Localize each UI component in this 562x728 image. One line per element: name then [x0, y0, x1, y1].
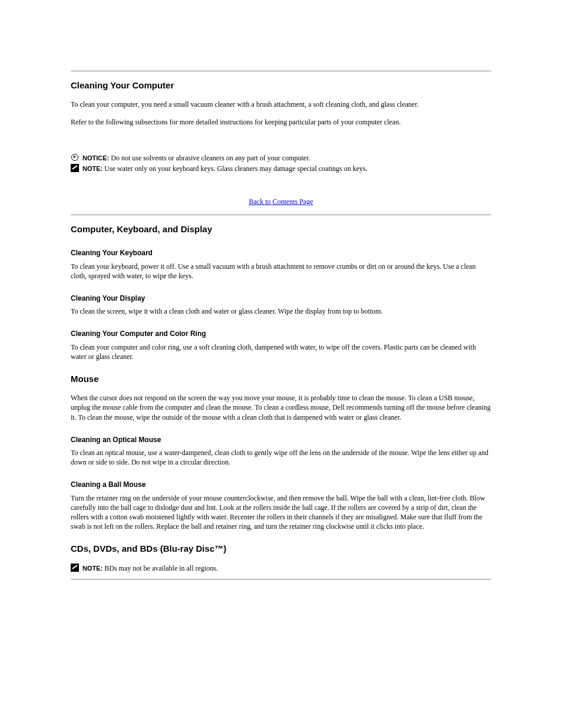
section-divider: [71, 71, 491, 71]
heading-computer-keyboard-display: Computer, Keyboard, and Display: [71, 223, 491, 235]
heading-mouse: Mouse: [71, 373, 491, 385]
subheading-keyboard: Cleaning Your Keyboard: [71, 248, 491, 258]
heading-cleaning-computer: Cleaning Your Computer: [71, 80, 491, 91]
note-label-bd: NOTE:: [82, 565, 103, 572]
subheading-ball-mouse: Cleaning a Ball Mouse: [71, 480, 491, 489]
section-divider-2: [71, 215, 491, 215]
notice-block: NOTICE: Do not use solvents or abrasive …: [71, 153, 491, 163]
color-ring-text: To clean your computer and color ring, u…: [71, 342, 491, 361]
optical-mouse-text: To clean an optical mouse, use a water-d…: [71, 448, 491, 467]
note-text: Use water only on your keyboard keys. Gl…: [104, 164, 368, 173]
intro-para-1: To clean your computer, you need a small…: [71, 100, 491, 109]
heading-cds-dvds-bds: CDs, DVDs, and BDs (Blu-ray Disc™): [71, 543, 491, 555]
notice-icon: [71, 153, 79, 162]
note-icon-bd: [71, 564, 79, 572]
notice-text: Do not use solvents or abrasive cleaners…: [111, 154, 310, 162]
note-block-1: NOTE: Use water only on your keyboard ke…: [71, 164, 491, 173]
mouse-intro: When the cursor does not respond on the …: [71, 393, 491, 422]
subheading-optical-mouse: Cleaning an Optical Mouse: [71, 435, 491, 444]
subheading-computer-color-ring: Cleaning Your Computer and Color Ring: [71, 329, 491, 338]
notice-label: NOTICE:: [82, 154, 109, 162]
ball-mouse-text: Turn the retainer ring on the underside …: [71, 493, 491, 532]
section-divider-3: [71, 579, 491, 579]
keyboard-text: To clean your keyboard, power it off. Us…: [71, 262, 491, 281]
note-text-bd: BDs may not be available in all regions.: [104, 564, 218, 572]
display-text: To clean the screen, wipe it with a clea…: [71, 307, 491, 316]
intro-para-2: Refer to the following subsections for m…: [71, 117, 491, 127]
back-to-contents-link[interactable]: Back to Contents Page: [249, 197, 313, 206]
note-block-bd: NOTE: BDs may not be available in all re…: [71, 564, 491, 573]
note-label: NOTE:: [82, 165, 103, 172]
subheading-display: Cleaning Your Display: [71, 294, 491, 303]
note-icon: [71, 164, 79, 172]
